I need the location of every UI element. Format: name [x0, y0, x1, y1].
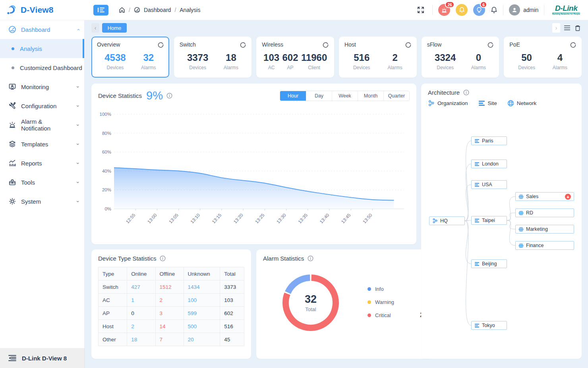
warning-bell-button[interactable]: [456, 4, 468, 16]
cell-offline[interactable]: 2: [155, 294, 184, 307]
card-overview[interactable]: Overview 4538Devices 32Alarms: [91, 37, 169, 78]
tab-month[interactable]: Month: [358, 91, 383, 101]
chevron-down-icon: ›: [75, 201, 81, 202]
info-icon[interactable]: [308, 255, 313, 261]
node-label: USA: [482, 182, 492, 187]
tab-quarter[interactable]: Quarter: [383, 91, 409, 101]
tree-node-usa[interactable]: USA: [471, 180, 507, 189]
tab-day[interactable]: Day: [306, 91, 332, 101]
legend-label: Critical: [375, 312, 391, 318]
legend-info[interactable]: Info 6: [368, 285, 427, 292]
cell-offline[interactable]: 14: [155, 320, 184, 333]
cell-online[interactable]: 427: [127, 280, 155, 294]
node-label: London: [482, 161, 499, 167]
stat-label: Client: [301, 65, 327, 70]
legend-label: Info: [375, 286, 384, 292]
refresh-icon[interactable]: [158, 42, 164, 48]
col-total: Total: [220, 267, 244, 280]
tree-node-sales[interactable]: Sales: [515, 192, 574, 201]
cell-unknown[interactable]: 1434: [184, 280, 220, 294]
tab-hour[interactable]: Hour: [280, 91, 306, 101]
stat-label: Alarms: [141, 65, 156, 70]
cell-unknown[interactable]: 100: [184, 294, 220, 307]
cell-unknown[interactable]: 500: [184, 320, 220, 333]
cell-offline[interactable]: 7: [155, 333, 184, 346]
dashboard-icon: [134, 7, 140, 13]
notification-bell-icon[interactable]: [491, 6, 497, 14]
info-icon[interactable]: [463, 90, 469, 95]
info-icon[interactable]: [166, 93, 172, 99]
fullscreen-icon[interactable]: [417, 6, 424, 14]
sidebar-item-label: Alarm & Notification: [21, 118, 72, 132]
stat-value: 0: [471, 52, 486, 63]
sidebar-item-customized-dashboard[interactable]: Customized Dashboard: [0, 58, 84, 77]
legend-critical[interactable]: Critical 26: [368, 312, 427, 319]
card-host[interactable]: Host 516Devices 2Alarms: [339, 37, 417, 78]
alarm-siren-button[interactable]: 26: [438, 4, 450, 16]
card-switch[interactable]: Switch 3373Devices 18Alarms: [174, 37, 252, 78]
device-type-table: Type Online Offline Unknown Total Switch…: [98, 267, 244, 346]
sidebar-item-system[interactable]: System ›: [0, 192, 84, 211]
refresh-icon[interactable]: [405, 42, 411, 48]
cell-offline[interactable]: 3: [155, 307, 184, 320]
stat-value: 3373: [187, 52, 208, 63]
summary-cards: Overview 4538Devices 32Alarms Switch 337…: [91, 37, 582, 78]
tree-node-beijing[interactable]: Beijing: [471, 259, 507, 268]
sidebar-item-templates[interactable]: Templates ›: [0, 134, 84, 154]
cell-unknown[interactable]: 20: [184, 333, 220, 346]
card-wireless[interactable]: Wireless 103AC 602AP 11960Client: [256, 37, 334, 78]
cell-total: 3373: [220, 280, 244, 294]
stat-label: Devices: [518, 65, 535, 70]
refresh-icon[interactable]: [570, 42, 576, 48]
tree-node-paris[interactable]: Paris: [471, 136, 507, 145]
sidebar-item-monitoring[interactable]: Monitoring ›: [0, 77, 84, 96]
home-icon[interactable]: [119, 7, 125, 13]
tree-node-tokyo[interactable]: Tokyo: [471, 321, 507, 330]
dview-logo-icon: [6, 5, 17, 16]
breadcrumb-dashboard[interactable]: Dashboard: [144, 7, 171, 13]
tips-button[interactable]: 6: [473, 4, 485, 16]
sidebar-collapse-button[interactable]: [93, 5, 108, 16]
refresh-icon[interactable]: [487, 42, 493, 48]
tab-week[interactable]: Week: [332, 91, 358, 101]
tree-node-hq[interactable]: HQ: [429, 216, 465, 225]
tree-node-london[interactable]: London: [471, 160, 507, 168]
sidebar-item-label: Analysis: [20, 45, 42, 52]
legend-label: Warning: [375, 299, 394, 305]
breadcrumb-separator: /: [174, 7, 176, 13]
cell-online[interactable]: 2: [127, 320, 155, 333]
sidebar-item-tools[interactable]: Tools ›: [0, 173, 84, 192]
legend-warning[interactable]: Warning 0: [368, 298, 427, 306]
sidebar-item-analysis[interactable]: Analysis: [0, 39, 84, 58]
tab-scroll-right-button[interactable]: ›: [552, 23, 560, 33]
tab-scroll-left-button[interactable]: ‹: [91, 23, 99, 33]
device-statistics-area-chart: 0%20%40%60%80%100%12:5513:0013:0513:1013…: [98, 107, 410, 242]
stat-label: Devices: [435, 65, 456, 70]
user-icon: [511, 7, 518, 13]
tree-node-taipei[interactable]: Taipei: [471, 216, 507, 225]
col-online: Online: [127, 267, 155, 280]
card-stat: 516Devices: [353, 52, 370, 70]
cell-online[interactable]: 1: [127, 294, 155, 307]
card-poe[interactable]: PoE 50Devices 4Alarms: [504, 37, 582, 78]
cell-online[interactable]: 18: [127, 333, 155, 346]
sidebar-item-reports[interactable]: Reports ›: [0, 154, 84, 173]
refresh-icon[interactable]: [240, 42, 246, 48]
sidebar-item-alarm-notification[interactable]: Alarm & Notification ›: [0, 115, 84, 134]
sidebar-item-dashboard[interactable]: Dashboard ›: [0, 20, 84, 39]
tab-home[interactable]: Home: [102, 23, 127, 33]
sidebar-item-configuration[interactable]: Configuration ›: [0, 96, 84, 115]
refresh-icon[interactable]: [323, 42, 329, 48]
divider: [503, 5, 503, 15]
tab-menu-button[interactable]: [563, 23, 571, 33]
card-sflow[interactable]: sFlow 3324Devices 0Alarms: [422, 37, 499, 78]
user-menu[interactable]: admin: [509, 4, 538, 16]
tree-node-rd[interactable]: RD: [515, 208, 574, 217]
tree-node-marketing[interactable]: Marketing: [515, 225, 574, 234]
tab-delete-button[interactable]: [574, 23, 582, 33]
tree-node-finance[interactable]: Finance: [515, 241, 574, 250]
info-icon[interactable]: [160, 255, 166, 261]
cell-offline[interactable]: 1512: [155, 280, 184, 294]
cell-unknown[interactable]: 599: [184, 307, 220, 320]
sidebar-footer[interactable]: D-Link D-View 8: [0, 348, 85, 368]
